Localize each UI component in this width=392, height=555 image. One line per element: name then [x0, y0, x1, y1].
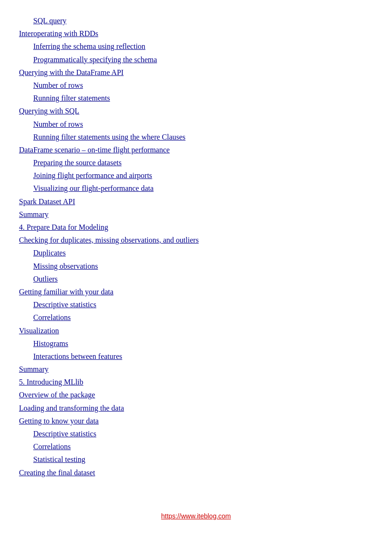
toc-item-21[interactable]: Getting familiar with your data [19, 285, 373, 298]
toc-item-29[interactable]: Overview of the package [19, 388, 373, 401]
toc-item-8[interactable]: Number of rows [33, 118, 373, 131]
toc-item-2[interactable]: Inferring the schema using reflection [33, 40, 373, 53]
toc-item-14[interactable]: Spark Dataset API [19, 195, 373, 208]
toc-item-25[interactable]: Histograms [33, 337, 373, 350]
toc-item-32[interactable]: Descriptive statistics [33, 427, 373, 440]
toc-item-16[interactable]: 4. Prepare Data for Modeling [19, 221, 373, 234]
toc-item-35[interactable]: Creating the final dataset [19, 466, 373, 479]
toc-item-1[interactable]: Interoperating with RDDs [19, 27, 373, 40]
toc-item-22[interactable]: Descriptive statistics [33, 298, 373, 311]
toc-item-3[interactable]: Programmatically specifying the schema [33, 53, 373, 66]
toc-item-6[interactable]: Running filter statements [33, 92, 373, 104]
toc-item-33[interactable]: Correlations [33, 440, 373, 453]
toc-item-4[interactable]: Querying with the DataFrame API [19, 66, 373, 79]
toc-item-5[interactable]: Number of rows [33, 79, 373, 92]
toc-item-20[interactable]: Outliers [33, 273, 373, 285]
table-of-contents: SQL queryInteroperating with RDDsInferri… [19, 9, 373, 484]
toc-item-15[interactable]: Summary [19, 208, 373, 221]
toc-item-34[interactable]: Statistical testing [33, 453, 373, 466]
toc-item-17[interactable]: Checking for duplicates, missing observa… [19, 234, 373, 246]
toc-item-19[interactable]: Missing observations [33, 260, 373, 273]
toc-item-10[interactable]: DataFrame scenario – on-time flight perf… [19, 143, 373, 156]
toc-item-9[interactable]: Running filter statements using the wher… [33, 131, 373, 143]
toc-item-26[interactable]: Interactions between features [33, 350, 373, 363]
toc-item-13[interactable]: Visualizing our flight-performance data [33, 182, 373, 195]
footer-url[interactable]: https://www.iteblog.com [19, 512, 373, 520]
toc-item-23[interactable]: Correlations [33, 311, 373, 324]
toc-item-11[interactable]: Preparing the source datasets [33, 156, 373, 169]
toc-item-18[interactable]: Duplicates [33, 246, 373, 259]
toc-item-7[interactable]: Querying with SQL [19, 104, 373, 117]
toc-item-0[interactable]: SQL query [33, 14, 373, 27]
toc-item-31[interactable]: Getting to know your data [19, 414, 373, 427]
toc-item-12[interactable]: Joining flight performance and airports [33, 169, 373, 182]
toc-item-30[interactable]: Loading and transforming the data [19, 402, 373, 414]
toc-item-27[interactable]: Summary [19, 363, 373, 376]
toc-item-28[interactable]: 5. Introducing MLlib [19, 376, 373, 388]
toc-item-24[interactable]: Visualization [19, 324, 373, 337]
